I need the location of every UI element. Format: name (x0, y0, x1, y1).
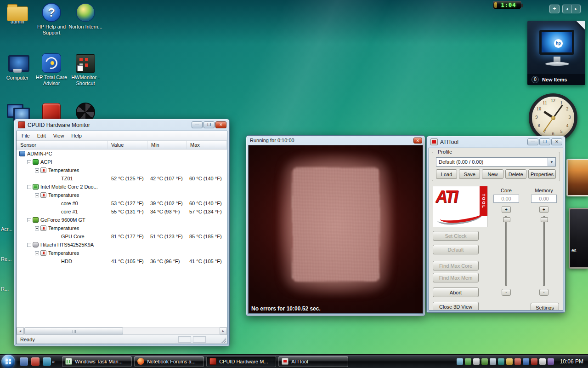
taskbar-button-taskman[interactable]: Windows Task Man... (62, 356, 132, 367)
tray-security-icon[interactable] (514, 358, 521, 365)
tree-expander[interactable] (35, 226, 39, 230)
default-button[interactable]: Default (433, 245, 479, 254)
sensor-row[interactable]: GeForce 9600M GT (17, 216, 227, 224)
new-button[interactable]: New (482, 169, 503, 179)
tree-expander[interactable] (27, 185, 31, 189)
hwmonitor-titlebar[interactable]: CPUID Hardware Monitor — ❐ ✕ (16, 119, 227, 131)
tree-expander[interactable] (35, 193, 39, 197)
photo-gadget-dark[interactable]: es (569, 208, 588, 269)
column-header-max[interactable]: Max (187, 141, 227, 149)
column-header-value[interactable]: Value (107, 141, 147, 149)
core-minus-button[interactable]: - (502, 289, 511, 296)
tray-ati-icon[interactable] (531, 358, 537, 365)
tray-presentation-icon[interactable] (457, 358, 463, 365)
sensor-row[interactable]: core #053 °C (127 °F)39 °C (102 °F)60 °C… (17, 199, 227, 207)
close-3d-view-button[interactable]: Close 3D View (433, 302, 479, 310)
photo-gadget-desert[interactable] (566, 159, 588, 196)
settings-button[interactable]: Settings (531, 303, 559, 310)
tree-expander[interactable] (27, 160, 31, 164)
tray-update-icon[interactable] (539, 358, 546, 365)
scroll-left-arrow[interactable]: ◂ (17, 328, 24, 334)
sensor-row[interactable]: Temperatures (17, 166, 227, 174)
slideshow-gadget[interactable]: hp 0 New Items (527, 21, 585, 85)
desktop-icon-computer[interactable]: Computer (0, 53, 35, 81)
menu-view[interactable]: View (50, 132, 68, 140)
tray-network-icon[interactable] (490, 358, 496, 365)
core-clock-field[interactable]: 0.00 (493, 195, 519, 203)
scrollbar-thumb[interactable] (24, 328, 123, 334)
sensor-row[interactable]: TZ0152 °C (125 °F)42 °C (107 °F)60 °C (1… (17, 174, 227, 183)
column-header-min[interactable]: Min (147, 141, 187, 149)
memory-plus-button[interactable]: + (539, 206, 548, 213)
minimize-button[interactable]: — (527, 138, 538, 145)
desktop-icon-admin[interactable]: admin (0, 3, 35, 25)
taskbar-button-atitool[interactable]: ATITool (278, 356, 348, 367)
memory-minus-button[interactable]: - (539, 289, 548, 296)
minimize-button[interactable]: — (192, 121, 203, 128)
desktop-icon-hp-total-care-advisor[interactable]: HP Total Care Advisor (34, 53, 69, 86)
desktop-icon-norton-intern[interactable]: Norton Intern... (68, 3, 103, 30)
sensor-row[interactable]: Temperatures (17, 249, 227, 257)
desktop-icon-hwmonitor-shortcut[interactable]: HWMonitor - Shortcut (68, 53, 103, 86)
timer-gadget[interactable]: 1:04 (493, 1, 521, 9)
sensor-row[interactable]: Intel Mobile Core 2 Duo... (17, 183, 227, 191)
gadget-prev-arrow[interactable]: ◂ (563, 5, 572, 13)
tray-sync-icon[interactable] (465, 358, 471, 365)
close-button[interactable]: ✕ (551, 138, 562, 145)
desktop-icon-hp-help-and-support[interactable]: HP Help and Support (34, 3, 69, 36)
column-header-sensor[interactable]: Sensor (17, 141, 107, 149)
sensor-row[interactable]: HDD41 °C (105 °F)36 °C (96 °F)41 °C (105… (17, 257, 227, 265)
start-button[interactable] (1, 355, 15, 368)
maximize-button[interactable]: ❐ (539, 138, 550, 145)
tray-battery-icon[interactable] (481, 358, 488, 365)
menu-file[interactable]: File (18, 132, 34, 140)
maximize-button[interactable]: ❐ (204, 121, 215, 128)
tray-norton-icon[interactable] (506, 358, 513, 365)
taskbar-button-browser[interactable]: Notebook Forums a... (134, 356, 204, 367)
add-gadget-button[interactable]: + (549, 5, 560, 13)
sensor-row[interactable]: core #155 °C (131 °F)34 °C (93 °F)57 °C … (17, 207, 227, 216)
tray-wireless-icon[interactable] (498, 358, 504, 365)
quicklaunch-movie-icon[interactable] (20, 357, 28, 366)
taskbar-clock[interactable]: 10:06 PM (560, 358, 583, 365)
load-button[interactable]: Load (436, 169, 457, 179)
clock-gadget[interactable]: 121234567891011 (529, 93, 577, 142)
close-button[interactable]: ✕ (413, 138, 422, 144)
close-button[interactable]: ✕ (215, 121, 226, 128)
tree-expander[interactable] (35, 168, 39, 172)
scroll-right-arrow[interactable]: ▸ (220, 328, 227, 334)
delete-button[interactable]: Delete (505, 169, 526, 179)
menu-edit[interactable]: Edit (34, 132, 50, 140)
sensor-row[interactable]: Temperatures (17, 224, 227, 232)
tree-expander[interactable] (27, 243, 31, 247)
quicklaunch-aim-icon[interactable] (31, 357, 40, 366)
sensor-row[interactable]: ADMIN-PC (17, 150, 227, 158)
tray-hp-icon[interactable] (523, 358, 529, 365)
gadget-next-arrow[interactable]: ▸ (572, 5, 581, 13)
sensor-row[interactable]: GPU Core81 °C (177 °F)51 °C (123 °F)85 °… (17, 232, 227, 241)
core-clock-slider[interactable] (505, 216, 507, 286)
tree-expander[interactable] (27, 218, 31, 222)
core-plus-button[interactable]: + (502, 206, 511, 213)
sensor-row[interactable]: Temperatures (17, 191, 227, 199)
set-clock-button[interactable]: Set Clock (433, 231, 479, 241)
horizontal-scrollbar[interactable]: ◂ ▸ (17, 327, 227, 334)
tray-volume-icon[interactable] (473, 358, 480, 365)
save-button[interactable]: Save (459, 169, 480, 179)
profile-dropdown[interactable]: Default (0.00 / 0.00) ▼ (436, 157, 556, 167)
quicklaunch-media-icon[interactable] (43, 357, 51, 366)
find-max-mem-button[interactable]: Find Max Mem (433, 273, 479, 282)
memory-clock-slider[interactable] (543, 216, 545, 286)
find-max-core-button[interactable]: Find Max Core (433, 261, 479, 270)
resize-grip[interactable] (220, 337, 226, 343)
taskbar-button-cpuid[interactable]: CPUID Hardware M... (206, 356, 276, 367)
atitool-titlebar[interactable]: ATITool — ❐ ✕ (429, 136, 563, 148)
properties-button[interactable]: Properties (528, 169, 556, 179)
memory-clock-field[interactable]: 0.00 (531, 195, 557, 203)
render3d-titlebar[interactable]: Running for 0:10:00 ✕ (248, 136, 423, 145)
sensor-row[interactable]: ACPI (17, 158, 227, 166)
chevron-down-icon[interactable]: ▼ (548, 158, 555, 166)
sensor-row[interactable]: Hitachi HTS542525K9A (17, 241, 227, 249)
tray-messenger-icon[interactable] (548, 358, 554, 365)
tree-expander[interactable] (35, 251, 39, 255)
